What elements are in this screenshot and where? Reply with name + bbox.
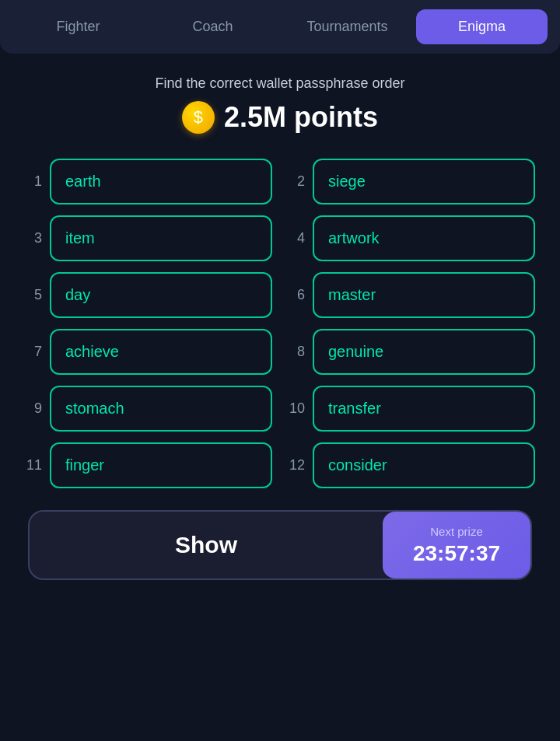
word-row-11: 11 finger [25, 442, 272, 488]
points-text: 2.5M points [224, 101, 378, 134]
tab-fighter[interactable]: Fighter [12, 9, 144, 44]
show-button[interactable]: Show [30, 512, 383, 578]
word-number-4: 4 [288, 230, 305, 246]
coin-symbol: $ [194, 107, 203, 128]
word-box-10[interactable]: transfer [313, 386, 535, 432]
tab-coach[interactable]: Coach [147, 9, 278, 44]
word-row-4: 4 artwork [288, 215, 535, 261]
word-box-2[interactable]: siege [313, 159, 535, 204]
points-row: $ 2.5M points [19, 101, 541, 134]
word-row-2: 2 siege [288, 159, 535, 204]
word-box-9[interactable]: stomach [50, 386, 272, 432]
word-box-5[interactable]: day [50, 272, 272, 318]
word-box-1[interactable]: earth [50, 159, 272, 204]
word-box-4[interactable]: artwork [313, 215, 535, 261]
word-box-3[interactable]: item [50, 215, 272, 261]
word-grid: 1 earth 2 siege 3 item 4 artwork 5 day 6… [19, 159, 541, 488]
word-box-11[interactable]: finger [50, 442, 272, 488]
subtitle-text: Find the correct wallet passphrase order [19, 75, 541, 92]
word-number-12: 12 [288, 457, 305, 474]
word-number-8: 8 [288, 344, 305, 360]
word-number-2: 2 [288, 173, 305, 190]
word-box-7[interactable]: achieve [50, 329, 272, 375]
next-prize-label: Next prize [430, 525, 483, 538]
bottom-bar: Show Next prize 23:57:37 [28, 510, 532, 580]
word-number-7: 7 [25, 344, 42, 360]
word-row-9: 9 stomach [25, 386, 272, 432]
word-number-6: 6 [288, 287, 305, 303]
word-number-11: 11 [25, 457, 42, 474]
word-number-10: 10 [288, 400, 305, 417]
word-box-8[interactable]: genuine [313, 329, 535, 375]
next-prize-section: Next prize 23:57:37 [383, 512, 530, 578]
word-row-6: 6 master [288, 272, 535, 318]
word-row-1: 1 earth [25, 159, 272, 204]
tab-bar: Fighter Coach Tournaments Enigma [0, 0, 560, 54]
word-number-3: 3 [25, 230, 42, 246]
main-content: Find the correct wallet passphrase order… [0, 54, 560, 596]
coin-icon: $ [182, 101, 215, 134]
word-row-8: 8 genuine [288, 329, 535, 375]
word-row-5: 5 day [25, 272, 272, 318]
word-row-7: 7 achieve [25, 329, 272, 375]
word-row-12: 12 consider [288, 442, 535, 488]
word-row-10: 10 transfer [288, 386, 535, 432]
word-number-9: 9 [25, 400, 42, 417]
tab-tournaments[interactable]: Tournaments [282, 9, 413, 44]
word-box-6[interactable]: master [313, 272, 535, 318]
next-prize-timer: 23:57:37 [413, 541, 500, 566]
word-box-12[interactable]: consider [313, 442, 535, 488]
word-row-3: 3 item [25, 215, 272, 261]
tab-enigma[interactable]: Enigma [416, 9, 548, 44]
word-number-5: 5 [25, 287, 42, 303]
word-number-1: 1 [25, 173, 42, 190]
